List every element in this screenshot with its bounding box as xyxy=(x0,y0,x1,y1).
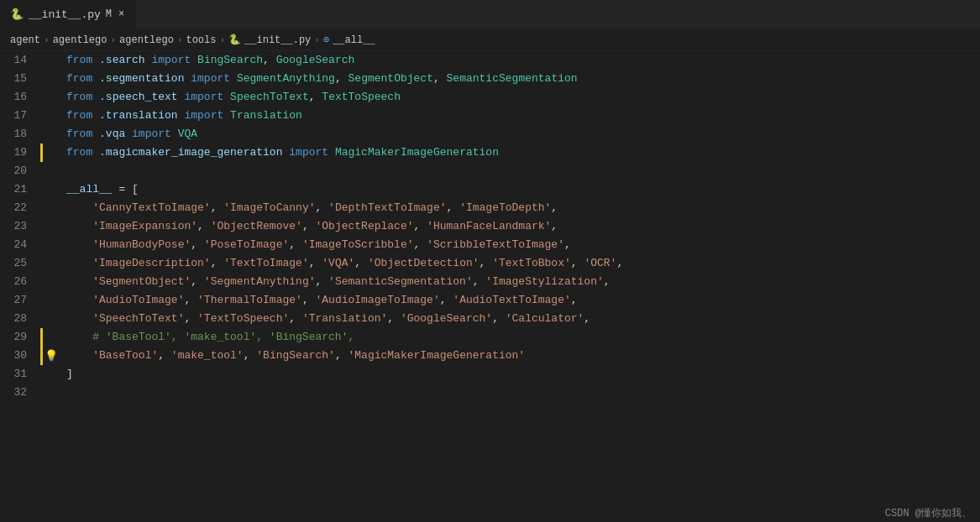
lightbulb-icon[interactable]: 💡 xyxy=(45,349,58,363)
code-token: , xyxy=(184,310,197,328)
code-token: .vqa xyxy=(99,125,125,144)
code-token: 'ImageToScribble' xyxy=(302,236,414,254)
change-indicator-cell xyxy=(40,217,43,236)
line-number: 16 xyxy=(0,88,34,107)
code-token xyxy=(191,51,197,70)
breadcrumb-item: agentlego xyxy=(53,34,107,46)
code-token: , xyxy=(191,236,204,254)
code-token: SpeechToText xyxy=(230,88,309,107)
code-editor[interactable]: from .search import BingSearch, GoogleSe… xyxy=(60,51,980,522)
code-token: , xyxy=(244,347,257,365)
code-token xyxy=(92,70,99,88)
line-number: 31 xyxy=(0,365,34,384)
code-token: import xyxy=(184,107,223,125)
code-token xyxy=(125,125,132,144)
change-indicator-cell xyxy=(40,328,43,347)
code-token xyxy=(145,51,152,70)
code-token: 'AudioToImage' xyxy=(92,291,184,310)
code-token: 'HumanBodyPose' xyxy=(92,236,191,254)
code-token xyxy=(230,70,237,88)
code-token: import xyxy=(132,125,171,144)
tab-modified-marker: M xyxy=(106,8,112,20)
code-token: , xyxy=(354,254,368,273)
lightbulb-cell xyxy=(43,273,60,291)
code-token xyxy=(66,310,92,328)
code-token: , xyxy=(564,236,571,254)
breadcrumb-item: agent xyxy=(10,34,40,46)
code-token xyxy=(66,217,92,236)
lightbulb-cell xyxy=(43,310,60,328)
tab-close-button[interactable]: × xyxy=(117,7,126,22)
code-token: , xyxy=(492,310,506,328)
code-token xyxy=(178,107,185,125)
code-token xyxy=(328,144,335,162)
code-token: SegmentObject xyxy=(349,70,433,88)
change-indicator-cell xyxy=(40,199,43,217)
line-number: 28 xyxy=(0,310,34,328)
code-token xyxy=(171,125,178,144)
code-token: from xyxy=(66,107,92,125)
code-token: , xyxy=(335,347,349,365)
code-token: TextToSpeech xyxy=(322,88,401,107)
editor-tab[interactable]: 🐍 __init__.py M × xyxy=(0,0,137,29)
code-token: VQA xyxy=(178,125,197,144)
code-token: SemanticSegmentation xyxy=(447,70,578,88)
code-token: from xyxy=(66,88,92,107)
code-line: 'ImageDescription', 'TextToImage', 'VQA'… xyxy=(66,254,980,273)
code-token: 'HumanFaceLandmark' xyxy=(427,217,551,236)
code-token: , xyxy=(289,310,302,328)
code-token: 'make_tool' xyxy=(171,347,244,365)
code-token: , xyxy=(414,217,427,236)
code-token: .segmentation xyxy=(99,70,184,88)
code-token: , xyxy=(604,273,611,291)
lightbulb-cell xyxy=(43,144,60,162)
python-icon: 🐍 xyxy=(10,8,24,21)
code-token xyxy=(178,88,185,107)
code-token: import xyxy=(151,51,191,70)
line-number: 26 xyxy=(0,273,34,291)
code-token: , xyxy=(616,254,623,273)
code-token: , xyxy=(315,273,328,291)
code-line: 'BaseTool', 'make_tool', 'BingSearch', '… xyxy=(66,347,980,365)
lightbulb-cell xyxy=(43,88,60,107)
code-token: [ xyxy=(132,180,139,199)
code-token: , xyxy=(387,310,401,328)
code-token xyxy=(92,125,99,144)
code-token: 'ImageExpansion' xyxy=(92,217,197,236)
line-number: 29 xyxy=(0,328,34,347)
change-indicator-cell xyxy=(40,291,43,310)
breadcrumb-separator: › xyxy=(177,35,183,45)
code-line: from .search import BingSearch, GoogleSe… xyxy=(66,51,980,70)
line-numbers-gutter: 14151617181920212223242526272829303132 xyxy=(0,51,40,522)
change-indicators xyxy=(40,51,43,522)
code-token: , xyxy=(551,199,558,217)
code-token xyxy=(282,144,289,162)
lightbulb-column: 💡 xyxy=(43,51,60,522)
code-token xyxy=(223,88,230,107)
code-token xyxy=(66,347,92,365)
code-token: 'SemanticSegmentation' xyxy=(328,273,473,291)
tab-filename: __init__.py xyxy=(29,8,101,21)
breadcrumb-separator: › xyxy=(44,35,50,45)
code-token: 'VQA' xyxy=(322,254,354,273)
code-token: # 'BaseTool', 'make_tool', 'BingSearch', xyxy=(92,328,354,347)
change-indicator-cell xyxy=(40,51,43,70)
status-text: CSDN @懂你如我、 xyxy=(885,508,972,519)
code-token: 'ImageToCanny' xyxy=(223,199,315,217)
code-token: , xyxy=(433,70,447,88)
code-token: , xyxy=(447,199,460,217)
tab-bar: 🐍 __init__.py M × xyxy=(0,0,980,29)
lightbulb-cell xyxy=(43,384,60,402)
line-number: 24 xyxy=(0,236,34,254)
code-token: GoogleSearch xyxy=(276,51,355,70)
code-token xyxy=(66,199,92,217)
change-indicator-cell xyxy=(40,70,43,88)
code-token: , xyxy=(440,291,453,310)
code-token: BingSearch xyxy=(197,51,263,70)
code-token: 'OCR' xyxy=(584,254,616,273)
line-number: 27 xyxy=(0,291,34,310)
change-indicator-cell xyxy=(40,144,43,162)
code-token: from xyxy=(66,70,92,88)
code-token xyxy=(92,107,99,125)
code-token: .speech_text xyxy=(99,88,178,107)
